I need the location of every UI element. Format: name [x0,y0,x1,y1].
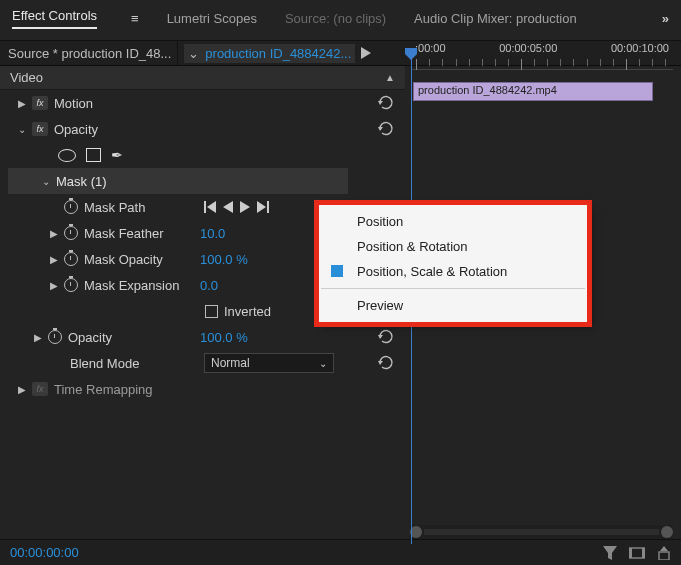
motion-label: Motion [54,96,93,111]
zoom-handle-right[interactable] [661,526,673,538]
menu-item-preview[interactable]: Preview [319,293,587,318]
panel-menu-icon[interactable]: ≡ [131,11,139,26]
pen-mask-icon[interactable]: ✒ [111,147,123,163]
motion-row[interactable]: ▶ fx Motion [0,90,405,116]
chevron-right-icon[interactable]: ▶ [50,254,60,265]
tab-effect-controls[interactable]: Effect Controls [12,8,97,29]
blend-mode-select[interactable]: Normal ⌄ [204,353,334,373]
svg-marker-1 [405,48,417,60]
ruler-ticks [411,56,673,70]
fx-badge-icon[interactable]: fx [32,96,48,110]
mask-opacity-value[interactable]: 100.0 % [200,252,248,267]
check-icon [331,265,343,277]
mask-opacity-label: Mask Opacity [84,252,163,267]
time-remapping-row[interactable]: ▶ fx Time Remapping [0,376,405,402]
menu-item-position[interactable]: Position [319,209,587,234]
mask-feather-value[interactable]: 10.0 [200,226,225,241]
export-icon[interactable] [657,546,671,560]
inverted-checkbox[interactable] [205,305,218,318]
playhead-handle[interactable] [405,48,417,60]
chevron-right-icon[interactable]: ▶ [18,98,28,109]
clip-selector[interactable]: ⌄ production ID_4884242... [184,44,355,63]
timeline-zoom-scroll[interactable] [410,525,673,539]
blend-mode-label: Blend Mode [70,356,139,371]
keyframe-nav [204,201,269,213]
stopwatch-icon[interactable] [48,330,62,344]
time-label-1: 00:00:05:00 [499,42,557,54]
chevron-down-icon: ⌄ [319,358,327,369]
mask-1-label: Mask (1) [56,174,107,189]
svg-rect-17 [659,552,669,560]
svg-marker-2 [378,101,383,105]
chevron-right-icon[interactable]: ▶ [18,384,28,395]
menu-separator [321,288,585,289]
svg-marker-3 [378,127,383,131]
chevron-right-icon[interactable]: ▶ [50,280,60,291]
fx-badge-icon[interactable]: fx [32,122,48,136]
tab-source[interactable]: Source: (no clips) [285,11,386,26]
stopwatch-icon[interactable] [64,252,78,266]
blend-mode-value: Normal [211,356,250,370]
mask-path-label: Mask Path [84,200,145,215]
fx-badge-icon[interactable]: fx [32,382,48,396]
stopwatch-icon[interactable] [64,278,78,292]
reset-icon[interactable] [377,95,395,111]
source-label: Source * production ID_48... [8,46,171,61]
footer-bar: 00:00:00:00 [0,539,681,565]
chevron-right-icon[interactable]: ▶ [34,332,44,343]
opacity-value-row[interactable]: ▶ Opacity 100.0 % [0,324,405,350]
current-timecode[interactable]: 00:00:00:00 [10,545,79,560]
clip-icon[interactable] [629,546,645,560]
clip-bar[interactable]: production ID_4884242.mp4 [413,82,653,101]
chevron-down-icon: ⌄ [188,46,199,61]
ellipse-mask-icon[interactable] [58,149,76,162]
clip-selector-label: production ID_4884242... [205,46,351,61]
reset-icon[interactable] [377,329,395,345]
menu-item-position-rotation[interactable]: Position & Rotation [319,234,587,259]
mask-feather-label: Mask Feather [84,226,163,241]
tab-overflow-icon[interactable]: » [662,11,669,26]
mask-shape-tools: ✒ [0,142,405,168]
opacity-label: Opacity [54,122,98,137]
reset-icon[interactable] [377,355,395,371]
opacity-row[interactable]: ⌄ fx Opacity [0,116,405,142]
svg-marker-0 [361,47,371,59]
svg-marker-7 [240,201,250,213]
svg-rect-9 [267,201,269,213]
svg-marker-5 [207,201,216,213]
chevron-down-icon[interactable]: ⌄ [42,176,52,187]
timeline-ruler[interactable]: :00:00 00:00:05:00 00:00:10:00 [411,36,673,80]
kf-first-icon[interactable] [204,201,216,213]
chevron-right-icon[interactable]: ▶ [50,228,60,239]
kf-next-icon[interactable] [240,201,250,213]
zoom-track[interactable] [424,529,659,535]
time-label-2: 00:00:10:00 [611,42,669,54]
blend-mode-row[interactable]: Blend Mode Normal ⌄ [0,350,405,376]
svg-rect-4 [204,201,206,213]
menu-item-position-scale-rotation[interactable]: Position, Scale & Rotation [319,259,587,284]
svg-marker-13 [603,546,617,560]
kf-prev-icon[interactable] [223,201,233,213]
mask-1-row[interactable]: ⌄ Mask (1) [8,168,348,194]
video-header[interactable]: Video ▲ [0,66,405,90]
svg-marker-8 [257,201,266,213]
stopwatch-icon[interactable] [64,200,78,214]
kf-last-icon[interactable] [257,201,269,213]
stopwatch-icon[interactable] [64,226,78,240]
opacity2-value[interactable]: 100.0 % [200,330,248,345]
svg-marker-18 [660,546,668,551]
reset-icon[interactable] [377,121,395,137]
mask-expansion-value[interactable]: 0.0 [200,278,218,293]
tab-audio-clip-mixer[interactable]: Audio Clip Mixer: production [414,11,577,26]
tab-lumetri-scopes[interactable]: Lumetri Scopes [167,11,257,26]
rectangle-mask-icon[interactable] [86,148,101,162]
collapse-up-icon[interactable]: ▲ [385,72,395,83]
time-remapping-label: Time Remapping [54,382,153,397]
filter-icon[interactable] [603,546,617,560]
tracking-context-menu: Position Position & Rotation Position, S… [318,204,588,323]
inverted-label: Inverted [224,304,271,319]
time-label-0: :00:00 [415,42,446,54]
play-icon[interactable] [361,47,371,59]
chevron-down-icon[interactable]: ⌄ [18,124,28,135]
opacity2-label: Opacity [68,330,112,345]
